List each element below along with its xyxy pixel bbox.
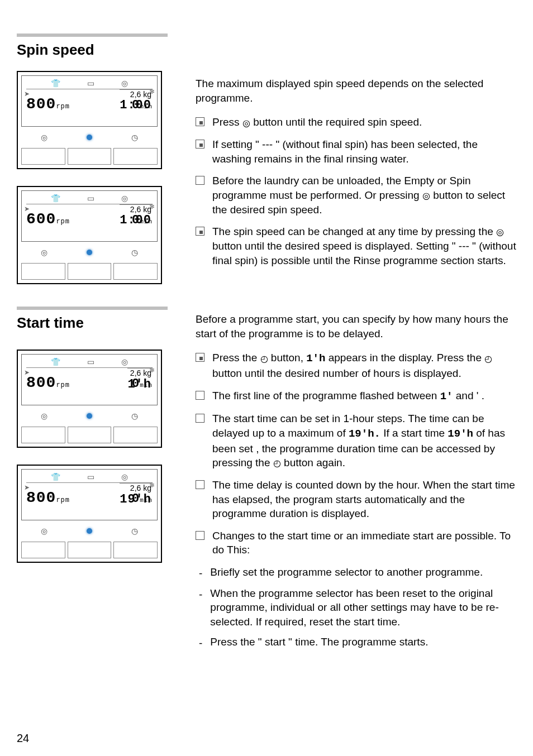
spin-button-icon[interactable]: ◎ [41,411,47,422]
timer-button-icon[interactable]: ◷ [131,247,138,258]
item-text: Press ◎ button until the required spin s… [212,115,422,130]
item-text: The spin speed can be changed at any tim… [212,224,516,267]
spin-icon: ◎ [121,357,128,367]
list-item: Before the laundry can be unloaded, the … [196,174,516,217]
blank-button[interactable] [21,263,65,280]
text-fragment: Press [212,116,240,128]
heading-spin-speed: Spin speed [17,40,516,60]
display-glyph: 19'h [448,428,473,440]
shirt-icon: 👕 [51,357,60,367]
rpm-value: 600 [26,210,56,228]
rpm-block: 600rpm [26,209,70,230]
dash-list-item: - Press the " start " time. The programm… [196,635,516,650]
text-fragment: The spin speed can be changed at any tim… [212,226,496,237]
blank-button[interactable] [113,427,158,443]
basin-icon: ▭ [87,193,94,204]
blank-button[interactable] [68,148,112,165]
display-panel-start-1: ➤ ❄ 👕 ▭ ◎ 2,6 kg 1'h 800rpm 0min [17,350,162,448]
rpm-unit: rpm [56,496,70,504]
dash-text: Press the " start " time. The programme … [210,635,428,650]
step-bullet-icon [196,140,204,149]
blank-button-row [21,263,158,280]
rpm-block: 800rpm [26,372,70,394]
progress-arrow-icon: ➤ [24,483,30,492]
blank-button[interactable] [21,427,65,443]
display-panel-spin-2: ➤ ❄ 👕 ▭ ◎ 2,6 kg 1:00 600rpm 0min [17,186,162,284]
heading-start-time: Start time [17,313,173,333]
text-fragment: button until the required spin speed. [253,116,422,128]
clock-icon: ◴ [273,457,281,470]
item-text: If setting " --- " (without final spin) … [212,137,516,166]
progress-arrow-icon: ➤ [24,204,30,213]
spin-right-column: The maximum displayed spin speed depends… [196,71,516,275]
indicator-led [87,528,92,534]
list-item: If setting " --- " (without final spin) … [196,137,516,166]
item-text: The start time can be set in 1-hour step… [212,412,516,470]
spin-section: ➤ ❄ 👕 ▭ ◎ 2,6 kg 1:00 800rpm 0min [17,71,516,301]
item-text: The first line of the programme flashed … [212,389,484,404]
text-fragment: button again. [284,457,345,468]
timer-button-icon[interactable]: ◷ [131,132,138,143]
dash-list-item: - When the programme selector has been r… [196,586,516,629]
lcd: ➤ ❄ 👕 ▭ ◎ 2,6 kg 19'h 800rpm 0min [21,469,158,520]
button-row: ◎ ◷ [21,130,158,145]
shirt-icon: 👕 [51,78,60,89]
spin-icon: ◎ [121,78,128,89]
display-panel-start-2: ➤ ❄ 👕 ▭ ◎ 2,6 kg 19'h 800rpm 0min [17,465,162,563]
indicator-led [87,250,92,255]
shirt-icon: 👕 [51,193,60,204]
text-fragment: button, [271,352,303,363]
start-section: Start time ➤ ❄ 👕 ▭ ◎ 2,6 kg 1'h 800rpm [17,307,516,655]
basin-icon: ▭ [87,357,94,367]
note-bullet-icon [196,531,204,540]
weight-value: 2,6 kg [120,204,151,214]
text-fragment: Before the laundry can be unloaded, the … [212,175,471,201]
text-fragment: and ' . [456,390,484,401]
list-item: The first line of the programme flashed … [196,389,516,404]
dash-bullet: - [199,636,202,650]
start-left-column: Start time ➤ ❄ 👕 ▭ ◎ 2,6 kg 1'h 800rpm [17,307,173,580]
button-row: ◎ ◷ [21,409,158,423]
lcd: ➤ ❄ 👕 ▭ ◎ 2,6 kg 1:00 600rpm 0min [21,190,158,242]
timer-button-icon[interactable]: ◷ [131,526,138,537]
list-item: The start time can be set in 1-hour step… [196,412,516,470]
display-glyph: 19'h. [349,428,380,440]
lcd: ➤ ❄ 👕 ▭ ◎ 2,6 kg 1'h 800rpm 0min [21,354,158,405]
blank-button[interactable] [68,263,112,280]
shirt-icon: 👕 [51,472,60,482]
weight-value: 2,6 kg [127,368,151,377]
blank-button[interactable] [68,542,112,558]
spin-icon: ◎ [242,117,250,130]
text-fragment: button until the desired number of hours… [212,367,461,379]
time-value: 1:00 [120,214,151,227]
spin-button-icon[interactable]: ◎ [41,132,47,143]
spin-button-icon[interactable]: ◎ [41,526,47,537]
button-row: ◎ ◷ [21,524,158,538]
blank-button[interactable] [113,148,158,165]
display-glyph: 1'h [306,352,325,365]
start-right-column: Before a programme start, you can specif… [196,307,516,655]
weight-value: 2,6 kg [120,89,151,99]
blank-button[interactable] [113,542,158,558]
blank-button[interactable] [21,542,65,558]
spin-left-column: ➤ ❄ 👕 ▭ ◎ 2,6 kg 1:00 800rpm 0min [17,71,173,301]
list-item: Press ◎ button until the required spin s… [196,115,516,130]
blank-button[interactable] [68,427,112,443]
basin-icon: ▭ [87,472,94,482]
rpm-block: 800rpm [26,94,70,115]
spin-button-icon[interactable]: ◎ [41,247,47,258]
section-rule [17,307,168,310]
dash-text: Briefly set the programme selector to an… [210,565,483,581]
item-text: The time delay is counted down by the ho… [212,478,516,521]
timer-button-icon[interactable]: ◷ [131,411,138,422]
rpm-value: 800 [26,95,56,113]
rpm-unit: rpm [56,381,70,389]
blank-button[interactable] [21,148,65,165]
weight-value: 2,6 kg [120,483,151,492]
blank-button[interactable] [113,263,158,280]
button-row: ◎ ◷ [21,245,158,260]
lcd: ➤ ❄ 👕 ▭ ◎ 2,6 kg 1:00 800rpm 0min [21,75,158,127]
text-fragment: button until the desired speed is displa… [212,240,516,266]
rpm-value: 800 [26,489,56,506]
time-value: 1:00 [120,99,151,112]
